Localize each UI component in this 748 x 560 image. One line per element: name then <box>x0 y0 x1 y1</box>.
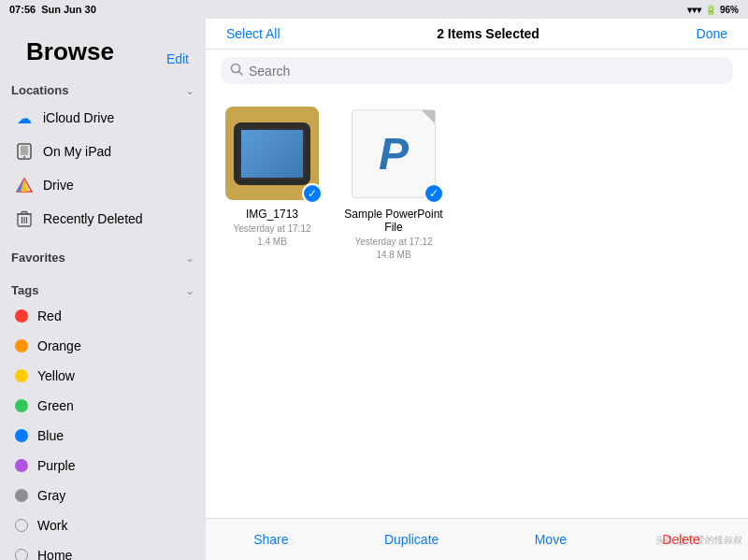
sidebar-item-recently-deleted[interactable]: Recently Deleted <box>0 202 206 236</box>
drive-icon <box>15 176 34 194</box>
screen-content <box>241 130 303 178</box>
file-meta: Yesterday at 17:12 1.4 MB <box>233 223 310 249</box>
locations-arrow-icon: ⌄ <box>185 84 194 97</box>
file-name-ppt: Sample PowerPoint File <box>342 208 445 234</box>
tag-label-green: Green <box>37 398 74 413</box>
tags-section-header: Tags ⌄ <box>0 276 206 301</box>
tag-label-orange: Orange <box>37 338 81 353</box>
select-all-button[interactable]: Select All <box>221 24 286 43</box>
icloud-drive-label: iCloud Drive <box>43 110 114 125</box>
file-thumb-img: ✓ <box>225 107 319 200</box>
status-left: 07:56 Sun Jun 30 <box>9 4 96 15</box>
svg-rect-1 <box>21 146 28 155</box>
status-bar: 07:56 Sun Jun 30 ▾▾▾ 🔋 96% <box>0 0 748 19</box>
search-icon <box>230 63 243 79</box>
file-item-img-1713[interactable]: ✓ IMG_1713 Yesterday at 17:12 1.4 MB <box>221 107 324 262</box>
sidebar-item-tag-green[interactable]: Green <box>0 391 206 421</box>
content-area: Select All 2 Items Selected Done <box>206 19 748 560</box>
status-right: ▾▾▾ 🔋 96% <box>687 5 739 15</box>
favorites-label: Favorites <box>11 251 65 265</box>
sidebar-item-icloud-drive[interactable]: ☁ iCloud Drive <box>0 101 206 135</box>
icloud-icon: ☁ <box>15 108 34 127</box>
watermark: 头条 @可爱的怪叔叔 <box>655 534 742 547</box>
on-my-ipad-label: On My iPad <box>43 144 111 159</box>
battery-icon: 🔋 <box>705 5 716 15</box>
done-button[interactable]: Done <box>691 24 733 43</box>
move-button[interactable]: Move <box>516 528 585 551</box>
sidebar-item-tag-yellow[interactable]: Yellow <box>0 361 206 391</box>
tag-label-gray: Gray <box>37 488 65 503</box>
tag-label-home: Home <box>37 548 72 560</box>
tag-dot-blue <box>15 429 28 442</box>
tag-dot-red <box>15 309 28 323</box>
tablet-frame <box>234 122 310 185</box>
tag-dot-home <box>15 549 28 560</box>
tag-dot-orange <box>15 339 28 352</box>
ppt-letter: P <box>379 128 409 179</box>
tag-dot-yellow <box>15 369 28 382</box>
locations-section-header: Locations ⌄ <box>0 76 206 101</box>
tag-label-work: Work <box>37 518 67 533</box>
files-grid: ✓ IMG_1713 Yesterday at 17:12 1.4 MB P ✓ <box>206 92 748 518</box>
tags-arrow-icon: ⌄ <box>185 284 194 297</box>
selected-badge: ✓ <box>302 183 323 204</box>
sidebar-item-drive[interactable]: Drive <box>0 168 206 202</box>
tag-label-yellow: Yellow <box>37 368 75 383</box>
tag-label-purple: Purple <box>37 458 75 473</box>
wifi-icon: ▾▾▾ <box>687 5 701 15</box>
tag-dot-gray <box>15 489 28 502</box>
svg-line-13 <box>239 72 243 76</box>
sidebar-item-tag-purple[interactable]: Purple <box>0 451 206 481</box>
ipad-icon <box>15 142 34 161</box>
sidebar-item-tag-orange[interactable]: Orange <box>0 331 206 361</box>
trash-icon <box>15 209 34 228</box>
sidebar-item-tag-gray[interactable]: Gray <box>0 481 206 510</box>
tag-label-blue: Blue <box>37 428 64 443</box>
file-name: IMG_1713 <box>246 208 298 221</box>
file-item-ppt[interactable]: P ✓ Sample PowerPoint File Yesterday at … <box>342 107 445 262</box>
file-meta-ppt: Yesterday at 17:12 14.8 MB <box>354 236 432 262</box>
sidebar-item-tag-home[interactable]: Home <box>0 540 206 560</box>
top-toolbar: Select All 2 Items Selected Done <box>206 19 748 50</box>
toolbar-title: 2 Items Selected <box>437 26 539 41</box>
search-bar <box>221 57 733 84</box>
tags-list: RedOrangeYellowGreenBluePurpleGrayWorkHo… <box>0 301 206 560</box>
time: 07:56 <box>9 4 36 15</box>
sidebar-item-on-my-ipad[interactable]: On My iPad <box>0 135 206 168</box>
tag-dot-green <box>15 399 28 412</box>
battery-pct: 96% <box>720 5 739 15</box>
tag-dot-work <box>15 519 28 532</box>
search-input[interactable] <box>249 64 724 79</box>
favorites-section-header: Favorites ⌄ <box>0 243 206 268</box>
sidebar: Browse Edit Locations ⌄ ☁ iCloud Drive O… <box>0 19 206 560</box>
main-layout: Browse Edit Locations ⌄ ☁ iCloud Drive O… <box>0 19 748 560</box>
favorites-arrow-icon: ⌄ <box>185 251 194 265</box>
sidebar-title: Browse <box>11 28 129 72</box>
tablet-screen <box>239 128 305 179</box>
ppt-thumbnail: P <box>352 109 436 198</box>
ppt-corner <box>422 110 435 123</box>
tags-label: Tags <box>11 283 38 297</box>
sidebar-item-tag-blue[interactable]: Blue <box>0 421 206 451</box>
sidebar-item-tag-work[interactable]: Work <box>0 510 206 540</box>
selected-badge-ppt: ✓ <box>424 183 444 204</box>
recently-deleted-label: Recently Deleted <box>43 211 143 226</box>
duplicate-button[interactable]: Duplicate <box>366 528 457 551</box>
sidebar-item-tag-red[interactable]: Red <box>0 301 206 331</box>
tag-label-red: Red <box>37 309 62 323</box>
share-button[interactable]: Share <box>235 528 307 551</box>
edit-button[interactable]: Edit <box>161 50 194 72</box>
date: Sun Jun 30 <box>41 4 96 15</box>
locations-label: Locations <box>11 83 68 97</box>
tag-dot-purple <box>15 459 28 472</box>
file-thumb-ppt: P ✓ <box>347 107 440 200</box>
drive-label: Drive <box>43 178 74 193</box>
svg-point-2 <box>23 156 25 158</box>
